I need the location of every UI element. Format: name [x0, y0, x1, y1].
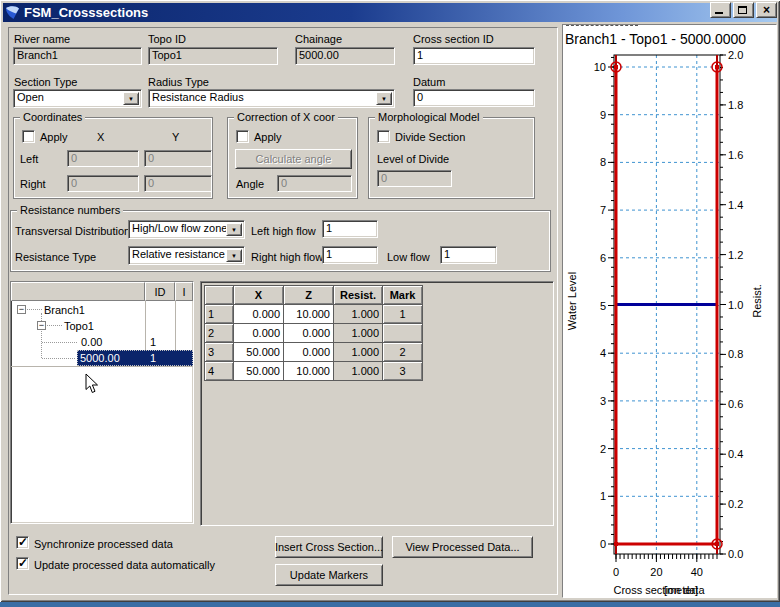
- cell-resist[interactable]: 1.000: [334, 362, 383, 381]
- tree-collapse-icon[interactable]: −: [37, 321, 46, 330]
- svg-text:20: 20: [650, 566, 662, 578]
- tree-item-chainage-5000-id: 1: [150, 350, 156, 366]
- river-name-label: River name: [14, 33, 70, 45]
- tree-header-id: ID: [145, 282, 175, 301]
- window-controls: ×: [708, 2, 777, 18]
- topo-id-field[interactable]: Topo1: [148, 47, 278, 65]
- tree-header-i: I: [175, 282, 193, 301]
- cell-x[interactable]: 0.000: [234, 305, 284, 324]
- left-y-field[interactable]: 0: [144, 150, 212, 167]
- angle-label: Angle: [236, 178, 264, 190]
- svg-text:1.2: 1.2: [728, 249, 743, 261]
- chevron-down-icon[interactable]: ▼: [226, 223, 242, 236]
- angle-field[interactable]: 0: [277, 175, 352, 192]
- low-flow-field[interactable]: 1: [440, 246, 497, 264]
- tree-item-chainage-5000-selected[interactable]: 5000.00 1: [77, 350, 193, 366]
- left-high-flow-label: Left high flow: [251, 225, 316, 237]
- tree-item-chainage-0[interactable]: 0.00: [81, 334, 102, 350]
- left-x-field[interactable]: 0: [67, 150, 139, 167]
- coordinates-apply-label: Apply: [40, 131, 68, 143]
- svg-text:5: 5: [600, 300, 606, 312]
- maximize-button[interactable]: [733, 2, 754, 18]
- cell-resist[interactable]: 1.000: [334, 343, 383, 362]
- correction-apply-checkbox[interactable]: [236, 130, 249, 143]
- mike-app-icon: [5, 5, 20, 20]
- svg-text:1.0: 1.0: [728, 299, 743, 311]
- svg-text:6: 6: [600, 252, 606, 264]
- svg-text:9: 9: [600, 109, 606, 121]
- update-markers-button[interactable]: Update Markers: [275, 564, 383, 586]
- chevron-down-icon[interactable]: ▼: [376, 92, 392, 105]
- cell-mark[interactable]: [383, 324, 423, 343]
- row-header[interactable]: 1: [205, 305, 234, 324]
- svg-text:2.0: 2.0: [728, 49, 743, 61]
- coordinates-left-label: Left: [20, 153, 38, 165]
- cross-section-id-label: Cross section ID: [413, 33, 494, 45]
- close-button[interactable]: ×: [756, 2, 777, 18]
- raw-data-table[interactable]: X Z Resist. Mark 1 0.000 10.000 1.000 1 …: [204, 285, 423, 381]
- cell-mark[interactable]: 2: [383, 343, 423, 362]
- cross-section-tree[interactable]: ID I − Branch1 − Topo1 0.00 1 5000.00 1: [10, 281, 194, 524]
- fsm-crosssections-window: FSM_Crosssections × River name Branch1 T…: [0, 0, 780, 602]
- cell-z[interactable]: 0.000: [284, 343, 334, 362]
- raw-data-panel: X Z Resist. Mark 1 0.000 10.000 1.000 1 …: [200, 281, 554, 526]
- transversal-distribution-value: High/Low flow zones: [132, 222, 233, 234]
- view-processed-data-button[interactable]: View Processed Data...: [392, 536, 533, 558]
- cell-mark[interactable]: 1: [383, 305, 423, 324]
- resistance-type-dropdown[interactable]: Relative resistance ▼: [128, 246, 245, 265]
- chevron-down-icon[interactable]: ▼: [226, 249, 242, 262]
- synchronize-checkbox[interactable]: ✓: [16, 536, 29, 549]
- morphological-group-title: Morphological Model: [375, 112, 483, 123]
- row-header[interactable]: 3: [205, 343, 234, 362]
- svg-text:10: 10: [594, 61, 606, 73]
- chainage-field[interactable]: 5000.00: [295, 47, 395, 65]
- cell-resist[interactable]: 1.000: [334, 305, 383, 324]
- coordinates-apply-checkbox[interactable]: [22, 130, 35, 143]
- tree-item-chainage-0-id: 1: [150, 334, 156, 350]
- table-header-mark: Mark: [383, 286, 423, 305]
- chevron-down-icon[interactable]: ▼: [123, 92, 139, 105]
- svg-text:0: 0: [600, 538, 606, 550]
- transversal-distribution-dropdown[interactable]: High/Low flow zones ▼: [128, 220, 245, 239]
- check-icon: ✓: [18, 556, 28, 570]
- cross-section-plot: 020400123456789100.00.20.40.60.81.01.21.…: [563, 25, 776, 597]
- radius-type-dropdown[interactable]: Resistance Radius ▼: [148, 89, 395, 108]
- minimize-button[interactable]: [710, 2, 731, 18]
- section-type-dropdown[interactable]: Open ▼: [13, 89, 142, 108]
- tree-collapse-icon[interactable]: −: [17, 305, 26, 314]
- correction-group-title: Correction of X coor: [234, 112, 338, 123]
- cell-x[interactable]: 0.000: [234, 324, 284, 343]
- update-auto-checkbox[interactable]: ✓: [16, 557, 29, 570]
- cross-section-id-field[interactable]: 1: [413, 47, 535, 65]
- cell-mark[interactable]: 3: [383, 362, 423, 381]
- tree-item-topo1[interactable]: Topo1: [64, 318, 94, 334]
- svg-text:7: 7: [600, 204, 606, 216]
- resistance-group-title: Resistance numbers: [17, 205, 123, 216]
- cell-x[interactable]: 50.000: [234, 343, 284, 362]
- cell-z[interactable]: 0.000: [284, 324, 334, 343]
- row-header[interactable]: 4: [205, 362, 234, 381]
- resistance-type-label: Resistance Type: [15, 251, 96, 263]
- cell-x[interactable]: 50.000: [234, 362, 284, 381]
- svg-text:0.6: 0.6: [728, 398, 743, 410]
- river-name-field[interactable]: Branch1: [13, 47, 142, 65]
- svg-text:4: 4: [600, 347, 606, 359]
- right-y-field[interactable]: 0: [144, 175, 212, 192]
- right-high-flow-field[interactable]: 1: [322, 246, 378, 264]
- left-high-flow-field[interactable]: 1: [322, 220, 378, 238]
- cell-resist[interactable]: 1.000: [334, 324, 383, 343]
- insert-cross-section-button[interactable]: Insert Cross Section...: [275, 536, 383, 558]
- level-of-divide-field[interactable]: 0: [377, 170, 452, 187]
- cross-section-chart: Branch1 - Topo1 - 5000.0000 020400123456…: [562, 24, 777, 598]
- minimize-icon: [715, 12, 723, 14]
- cell-z[interactable]: 10.000: [284, 305, 334, 324]
- title-bar[interactable]: FSM_Crosssections: [3, 3, 777, 22]
- calculate-angle-button[interactable]: Calculate angle: [235, 149, 352, 169]
- tree-item-branch1[interactable]: Branch1: [44, 302, 85, 318]
- datum-field[interactable]: 0: [413, 89, 535, 107]
- svg-text:1.6: 1.6: [728, 149, 743, 161]
- right-x-field[interactable]: 0: [67, 175, 139, 192]
- row-header[interactable]: 2: [205, 324, 234, 343]
- divide-section-checkbox[interactable]: [377, 130, 390, 143]
- cell-z[interactable]: 10.000: [284, 362, 334, 381]
